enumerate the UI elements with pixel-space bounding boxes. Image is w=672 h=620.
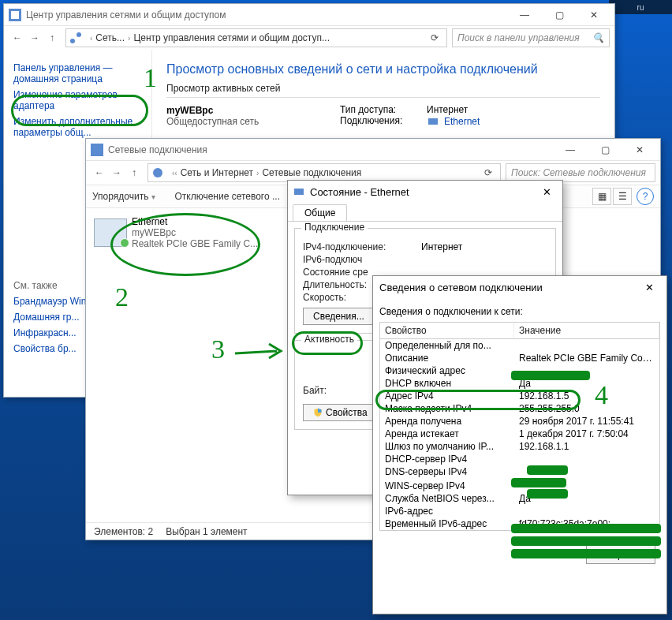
details-val xyxy=(519,480,655,491)
details-prop: Адрес IPv4 xyxy=(385,390,519,402)
details-row[interactable]: Аренда получена29 ноября 2017 г. 11:55:4… xyxy=(380,415,659,428)
back-button[interactable]: ← xyxy=(91,164,108,181)
forward-button[interactable]: → xyxy=(26,29,43,47)
details-row[interactable]: Адрес IPv4192.168.1.5 xyxy=(380,390,659,402)
details-val: 255.255.255.0 xyxy=(519,403,655,414)
window-title: Центр управления сетями и общим доступом xyxy=(26,9,507,21)
connections-label: Подключения: xyxy=(340,115,427,128)
svg-point-6 xyxy=(153,168,162,177)
connection-ethernet-link[interactable]: Ethernet xyxy=(444,116,480,127)
details-prop: Аренда получена xyxy=(385,416,519,427)
details-prop: WINS-сервер IPv4 xyxy=(385,480,519,491)
window-title: Сетевые подключения xyxy=(108,144,553,155)
link-change-sharing[interactable]: Изменить дополнительные параметры общ... xyxy=(13,116,142,138)
window-icon xyxy=(9,9,21,21)
ethernet-icon xyxy=(293,185,305,198)
details-row[interactable]: Шлюз по умолчанию IP...192.168.1.1 xyxy=(380,440,659,453)
details-list[interactable]: Определенный для по...ОписаниеRealtek PC… xyxy=(379,339,660,531)
breadcrumb-connections[interactable]: Сетевые подключения xyxy=(262,167,361,178)
search-box[interactable]: Поиск в панели управления 🔍 xyxy=(452,28,610,47)
details-prop: Маска подсети IPv4 xyxy=(385,403,519,414)
page-header-fragment: ru xyxy=(609,0,672,14)
status-selection: Выбран 1 элемент xyxy=(166,526,247,537)
details-titlebar: Сведения о сетевом подключении ✕ xyxy=(373,276,666,298)
disable-device-button[interactable]: Отключение сетевого ... xyxy=(174,191,280,202)
details-val xyxy=(519,454,655,465)
details-prop: Аренда истекает xyxy=(385,428,519,439)
details-row[interactable]: WINS-сервер IPv4 xyxy=(380,480,659,492)
adapter-item-ethernet[interactable]: Ethernet myWEBpc Realtek PCIe GBE Family… xyxy=(91,213,264,252)
close-button-bottom[interactable]: Закрыть xyxy=(586,545,655,564)
details-row[interactable]: DNS-серверы IPv4 xyxy=(380,465,659,478)
minimize-button[interactable]: — xyxy=(507,6,542,24)
column-value[interactable]: Значение xyxy=(514,323,659,338)
svg-rect-1 xyxy=(11,11,19,19)
details-row[interactable]: Физический адрес xyxy=(380,364,659,377)
breadcrumb-chevron-icon: › xyxy=(256,169,259,177)
page-heading: Просмотр основных сведений о сети и наст… xyxy=(166,62,600,77)
up-button[interactable]: ↑ xyxy=(43,29,61,47)
network-icon xyxy=(69,32,82,44)
details-row[interactable]: ОписаниеRealtek PCIe GBE Family Controll… xyxy=(380,352,659,364)
close-button[interactable]: ✕ xyxy=(622,141,657,159)
minimize-button[interactable]: — xyxy=(553,141,588,159)
forward-button[interactable]: → xyxy=(108,164,125,181)
details-row[interactable]: IPv6-адрес xyxy=(380,505,659,517)
dialog-titlebar: Состояние - Ethernet ✕ xyxy=(288,181,562,203)
maximize-button[interactable]: ▢ xyxy=(588,141,622,159)
close-button[interactable]: ✕ xyxy=(577,6,611,24)
details-val: 1 декабря 2017 г. 7:50:04 xyxy=(519,428,655,439)
network-icon xyxy=(151,166,164,179)
breadcrumb-network-internet[interactable]: Сеть и Интернет xyxy=(181,167,253,178)
adapter-device: Realtek PCIe GBE Family C... xyxy=(132,238,258,249)
search-icon: 🔍 xyxy=(592,32,604,43)
titlebar-network-connections: Сетевые подключения — ▢ ✕ xyxy=(86,139,660,161)
window-icon xyxy=(91,144,103,156)
breadcrumb-chevron-icon: ‹ xyxy=(90,34,92,43)
details-prop: Служба NetBIOS через... xyxy=(385,493,519,504)
details-val: 192.168.1.5 xyxy=(519,390,655,402)
close-button[interactable]: ✕ xyxy=(536,183,558,200)
group-legend-activity: Активность xyxy=(301,334,357,345)
breadcrumb-page[interactable]: Центр управления сетями и общим доступ..… xyxy=(133,32,330,43)
view-details-button[interactable]: ☰ xyxy=(613,188,632,205)
maximize-button[interactable]: ▢ xyxy=(542,6,577,24)
details-prop: DHCP-сервер IPv4 xyxy=(385,454,519,465)
details-button[interactable]: Сведения... xyxy=(303,308,375,325)
dialog-connection-details: Сведения о сетевом подключении ✕ Сведени… xyxy=(372,275,667,614)
ethernet-icon xyxy=(427,115,439,128)
details-row[interactable]: DHCP включенДа xyxy=(380,377,659,390)
breadcrumb-network[interactable]: Сеть... xyxy=(95,32,125,43)
details-row[interactable]: Аренда истекает1 декабря 2017 г. 7:50:04 xyxy=(380,428,659,440)
ipv4-conn-label: IPv4-подключение: xyxy=(303,241,421,252)
details-val: Realtek PCIe GBE Family Controller xyxy=(519,353,655,364)
view-icons-button[interactable]: ▦ xyxy=(592,188,611,205)
svg-rect-7 xyxy=(294,189,304,195)
address-bar[interactable]: ‹ Сеть... › Центр управления сетями и об… xyxy=(65,28,447,47)
details-prop: IPv6-адрес xyxy=(385,506,519,517)
properties-button[interactable]: Свойства xyxy=(303,404,378,421)
help-button[interactable]: ? xyxy=(637,188,654,205)
svg-rect-5 xyxy=(91,144,103,156)
up-button[interactable]: ↑ xyxy=(125,164,143,181)
svg-point-3 xyxy=(77,32,81,37)
details-row[interactable]: Служба NetBIOS через...Да xyxy=(380,492,659,505)
refresh-button[interactable] xyxy=(426,29,443,47)
details-val: 29 ноября 2017 г. 11:55:41 xyxy=(519,416,655,427)
refresh-button[interactable] xyxy=(480,164,497,181)
details-row[interactable]: Маска подсети IPv4255.255.255.0 xyxy=(380,402,659,415)
details-row[interactable]: Определенный для по... xyxy=(380,339,659,352)
details-prop: Физический адрес xyxy=(385,365,519,376)
close-button[interactable]: ✕ xyxy=(638,278,660,296)
link-change-adapters[interactable]: Изменение параметров адаптера xyxy=(13,89,142,111)
svg-point-2 xyxy=(70,39,75,43)
details-list-header: Свойство Значение xyxy=(379,322,660,339)
back-button[interactable]: ← xyxy=(9,29,26,47)
link-control-panel-home[interactable]: Панель управления — домашняя страница xyxy=(13,62,142,84)
details-row[interactable]: Временный IPv6-адресfd70:723c:35da:7e00:… xyxy=(380,517,659,530)
details-row[interactable]: DHCP-сервер IPv4 xyxy=(380,453,659,465)
column-property[interactable]: Свойство xyxy=(380,323,514,338)
details-prop: Временный IPv6-адрес xyxy=(385,518,519,529)
tab-general[interactable]: Общие xyxy=(293,204,347,221)
organize-button[interactable]: Упорядочить▾ xyxy=(92,191,159,202)
